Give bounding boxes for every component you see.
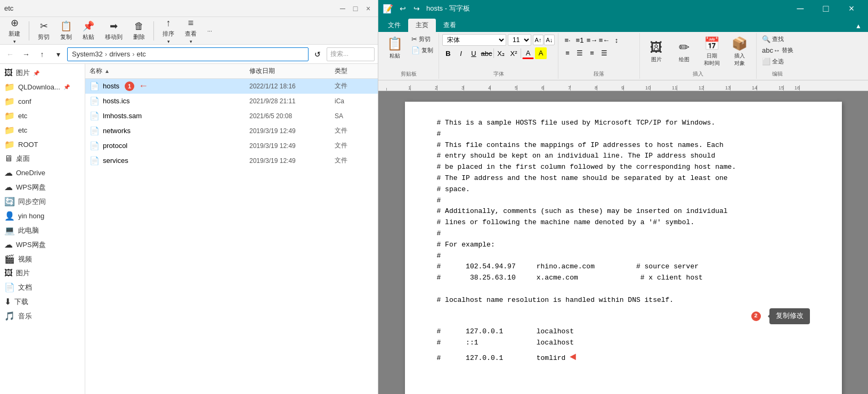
- cut-button[interactable]: ✂ 剪切: [34, 18, 54, 43]
- sidebar-item-etc2[interactable]: 📁 etc: [0, 123, 85, 137]
- sidebar-item-root[interactable]: 📁 ROOT: [0, 137, 85, 152]
- sidebar-item-etc1[interactable]: 📁 etc: [0, 109, 85, 123]
- ribbon-collapse-button[interactable]: ▲: [851, 20, 866, 32]
- replace-button[interactable]: abc↔ 替换: [760, 45, 796, 55]
- bold-button[interactable]: B: [442, 47, 454, 59]
- sidebar-label-music: 音乐: [18, 311, 32, 321]
- editor-line: # For example:: [437, 240, 810, 251]
- move-button[interactable]: ➡ 移动到: [101, 18, 127, 43]
- sidebar-item-yinhong[interactable]: 👤 yin hong: [0, 209, 85, 223]
- copy-button[interactable]: 📄 复制: [409, 45, 435, 55]
- align-left-button[interactable]: ≡: [562, 47, 573, 59]
- col-type[interactable]: 类型: [330, 64, 378, 78]
- insert-drawing-button[interactable]: ✏ 绘图: [671, 34, 697, 69]
- font-family-select[interactable]: 宋体: [442, 34, 506, 46]
- sidebar-item-video[interactable]: 🎬 视频: [0, 252, 85, 266]
- wordpad-maximize-button[interactable]: □: [814, 1, 838, 16]
- file-row[interactable]: 📄lmhosts.sam2021/6/5 20:08SA: [85, 109, 378, 124]
- delete-button[interactable]: 🗑 删除: [129, 19, 149, 43]
- font-increase-button[interactable]: A↑: [533, 35, 543, 45]
- explorer-maximize-button[interactable]: □: [350, 3, 361, 14]
- view-icon: ≡: [188, 18, 194, 29]
- up-button[interactable]: ↑: [35, 47, 49, 61]
- undo-button[interactable]: ↩: [396, 2, 409, 15]
- col-name[interactable]: 名称 ▲: [85, 64, 245, 78]
- subscript-button[interactable]: X₂: [495, 47, 507, 59]
- tab-home[interactable]: 主页: [408, 19, 436, 32]
- align-center-button[interactable]: ☰: [574, 47, 586, 59]
- redo-button[interactable]: ↪: [410, 2, 423, 15]
- view-button[interactable]: ≡ 查看 ▾: [181, 15, 201, 46]
- font-size-select[interactable]: 11: [508, 34, 531, 46]
- italic-button[interactable]: I: [455, 47, 467, 59]
- superscript-button[interactable]: X²: [508, 47, 520, 59]
- file-row[interactable]: 📄hosts.ics2021/9/28 21:11iCa: [85, 94, 378, 109]
- sidebar-item-desktop[interactable]: 🖥 桌面: [0, 152, 85, 166]
- sidebar-item-qldownloads[interactable]: 📁 QLDownloa... 📌: [0, 80, 85, 94]
- ruler-number: 12: [699, 85, 704, 91]
- tab-view[interactable]: 查看: [436, 19, 464, 32]
- highlight-button[interactable]: A: [535, 47, 547, 59]
- sidebar-item-sync[interactable]: 🔄 同步空间: [0, 194, 85, 209]
- list-indent-button[interactable]: ≡→: [586, 34, 598, 46]
- docs-icon: 📄: [4, 282, 15, 292]
- refresh-button[interactable]: ↺: [311, 47, 325, 61]
- sidebar-item-thispc[interactable]: 💻 此电脑: [0, 223, 85, 237]
- list-bullets-button[interactable]: ≡·: [562, 34, 573, 46]
- insert-datetime-icon: 📅: [704, 36, 720, 51]
- file-type-icon: 📄: [90, 126, 100, 136]
- align-right-button[interactable]: ≡: [586, 47, 598, 59]
- sidebar-item-onedrive[interactable]: ☁ OneDrive: [0, 166, 85, 180]
- sidebar-item-music[interactable]: 🎵 音乐: [0, 309, 85, 323]
- strikethrough-button[interactable]: abc: [481, 47, 492, 59]
- wordpad-minimize-button[interactable]: ─: [788, 1, 813, 16]
- search-box[interactable]: 搜索...: [327, 47, 375, 61]
- file-row[interactable]: 📄services2019/3/19 12:49文件: [85, 153, 378, 168]
- sidebar-item-docs[interactable]: 📄 文档: [0, 280, 85, 294]
- sort-button[interactable]: ↑ 排序 ▾: [158, 15, 179, 46]
- forward-button[interactable]: →: [19, 47, 33, 61]
- insert-datetime-button[interactable]: 📅 日期 和时间: [699, 34, 725, 69]
- font-decrease-button[interactable]: A↓: [544, 35, 555, 45]
- expand-button[interactable]: ▾: [51, 47, 65, 61]
- address-path[interactable]: System32 › drivers › etc: [67, 47, 309, 61]
- new-button[interactable]: ⊕ 新建 ▾: [4, 15, 25, 46]
- paste-button[interactable]: 📌 粘贴: [78, 18, 99, 43]
- editor-line: # 102.54.94.97 rhino.acme.com # source s…: [437, 261, 810, 273]
- sidebar-item-pictures2[interactable]: 🖼 图片: [0, 266, 85, 280]
- line-spacing-button[interactable]: ↕: [611, 34, 622, 46]
- sidebar-item-wpsdisk2[interactable]: ☁ WPS网盘: [0, 237, 85, 252]
- sidebar-item-conf[interactable]: 📁 conf: [0, 94, 85, 109]
- ruler-number: 7: [568, 85, 571, 91]
- font-color-button[interactable]: A: [522, 47, 534, 59]
- copy-button[interactable]: 📋 复制: [56, 18, 76, 43]
- paste-button[interactable]: 📋 粘贴: [382, 34, 408, 62]
- wordpad-close-button[interactable]: ×: [839, 1, 864, 16]
- back-button[interactable]: ←: [3, 47, 17, 61]
- list-numbers-button[interactable]: ≡1: [574, 34, 586, 46]
- more-button[interactable]: ···: [203, 26, 216, 36]
- underline-button[interactable]: U: [468, 47, 480, 59]
- sidebar-item-pictures[interactable]: 🖼 图片 📌: [0, 66, 85, 80]
- file-row[interactable]: 📄hosts1←2022/1/12 18:16文件: [85, 79, 378, 94]
- ruler-number: 2: [435, 85, 437, 91]
- tab-file[interactable]: 文件: [380, 19, 408, 32]
- editor-page[interactable]: # This is a sample HOSTS file used by Mi…: [405, 102, 842, 394]
- col-date[interactable]: 修改日期: [245, 64, 330, 78]
- sidebar-item-downloads[interactable]: ⬇ 下载: [0, 294, 85, 309]
- find-button[interactable]: 🔍 查找: [760, 34, 796, 44]
- explorer-minimize-button[interactable]: ─: [337, 3, 348, 14]
- clipboard-label: 剪贴板: [401, 70, 417, 78]
- file-row[interactable]: 📄protocol2019/3/19 12:49文件: [85, 138, 378, 153]
- insert-picture-button[interactable]: 🖼 图片: [643, 34, 670, 69]
- insert-object-button[interactable]: 📦 插入 对象: [726, 34, 753, 69]
- path-drivers: drivers: [109, 50, 130, 58]
- sidebar-item-wpsdisk[interactable]: ☁ WPS网盘: [0, 180, 85, 194]
- list-outdent-button[interactable]: ≡←: [598, 34, 610, 46]
- align-justify-button[interactable]: ☰: [598, 47, 610, 59]
- etc2-icon: 📁: [4, 125, 15, 135]
- explorer-close-button[interactable]: ×: [363, 3, 374, 14]
- file-row[interactable]: 📄networks2019/3/19 12:49文件: [85, 124, 378, 138]
- selectall-button[interactable]: ⬜ 全选: [760, 56, 796, 67]
- cut-button[interactable]: ✂ 剪切: [409, 34, 435, 44]
